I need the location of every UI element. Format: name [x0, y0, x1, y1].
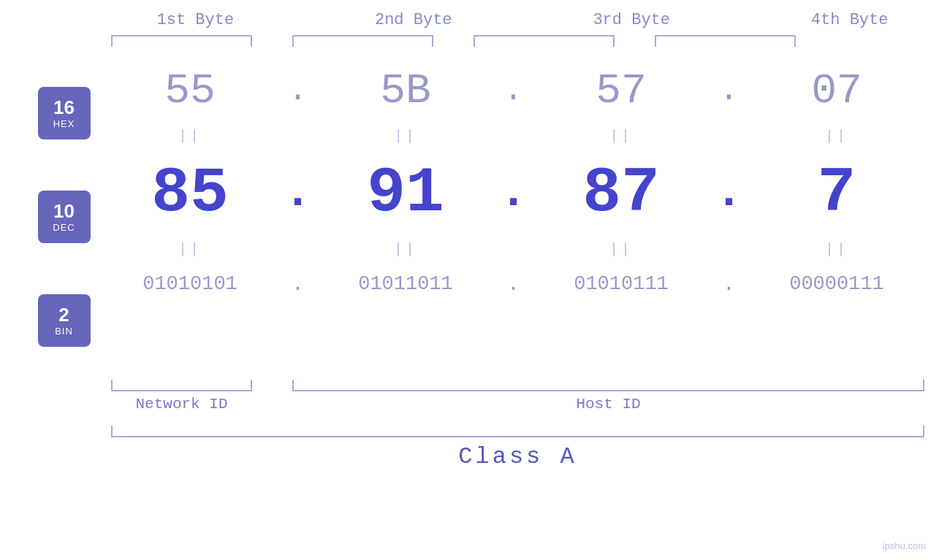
dot-hex-3: . — [709, 72, 749, 110]
page-container: 1st Byte 2nd Byte 3rd Byte 4th Byte 16 — [0, 0, 939, 560]
dec-row: 85 . 91 . 87 . — [102, 149, 924, 237]
top-bracket-3 — [474, 35, 615, 47]
bottom-section: Network ID Host ID Class A — [111, 380, 924, 470]
host-id-label: Host ID — [292, 396, 924, 413]
dot-bin-1: . — [278, 273, 318, 296]
byte-headers: 1st Byte 2nd Byte 3rd Byte 4th Byte — [106, 11, 939, 29]
network-id-label: Network ID — [111, 396, 252, 413]
sep2-1: || — [102, 241, 278, 258]
top-bracket-4 — [655, 35, 796, 47]
dot-dec-1: . — [278, 166, 318, 220]
dec-byte-3: 87 — [533, 157, 709, 229]
dec-badge: 10 DEC — [38, 191, 91, 243]
hex-badge: 16 HEX — [38, 87, 91, 139]
top-brackets — [111, 35, 939, 47]
sep2-2: || — [318, 241, 493, 258]
hex-byte-1: 55 — [102, 67, 278, 115]
class-label: Class A — [111, 443, 924, 470]
sep2-3: || — [533, 241, 709, 258]
bin-row: 01010101 . 01011011 . 01010111 — [102, 262, 924, 306]
bin-byte-3: 01010111 — [533, 273, 709, 295]
dot-bin-2: . — [493, 273, 533, 296]
hex-badge-number: 16 — [53, 97, 75, 118]
dot-hex-2: . — [493, 72, 533, 110]
sep2-4: || — [749, 241, 924, 258]
dot-bin-3: . — [709, 273, 749, 296]
hex-badge-label: HEX — [53, 118, 75, 129]
byte-header-3: 3rd Byte — [542, 11, 721, 29]
dot-dec-2: . — [493, 166, 533, 220]
top-bracket-2 — [292, 35, 433, 47]
dec-byte-1: 85 — [102, 157, 278, 229]
dot-dec-3: . — [709, 166, 749, 220]
sep-row-2: || || || || — [102, 237, 924, 262]
bin-byte-2: 01011011 — [318, 273, 493, 295]
badges-column: 16 HEX 10 DEC 2 BIN — [0, 58, 102, 376]
bin-badge: 2 BIN — [38, 294, 91, 347]
hex-row: 55 . 5B . 57 . — [102, 58, 924, 123]
bin-badge-label: BIN — [55, 326, 73, 337]
hex-byte-3: 57 — [533, 67, 709, 115]
sep-row-1: || || || || — [102, 123, 924, 149]
watermark: ipshu.com — [883, 540, 926, 551]
byte-header-2: 2nd Byte — [324, 11, 503, 29]
network-bracket — [111, 380, 252, 391]
byte-header-1: 1st Byte — [106, 11, 285, 29]
byte-header-4: 4th Byte — [760, 11, 939, 29]
dec-byte-2: 91 — [318, 157, 493, 229]
bin-byte-4: 00000111 — [749, 273, 924, 295]
top-bracket-1 — [111, 35, 252, 47]
sep-1: || — [102, 128, 278, 145]
class-bracket — [111, 426, 924, 437]
data-rows: 16 HEX 10 DEC 2 BIN 55 — [0, 58, 939, 376]
sep-4: || — [749, 128, 924, 145]
id-brackets — [111, 380, 924, 391]
sep-3: || — [533, 128, 709, 145]
hex-byte-2: 5B — [318, 67, 493, 115]
sep-2: || — [318, 128, 493, 145]
host-bracket — [292, 380, 924, 391]
bin-badge-number: 2 — [58, 304, 69, 326]
bin-byte-1: 01010101 — [102, 273, 278, 295]
dot-hex-1: . — [278, 72, 318, 110]
dec-badge-label: DEC — [53, 222, 75, 233]
dec-byte-4: 7 — [749, 157, 924, 229]
id-labels: Network ID Host ID — [111, 396, 924, 413]
values-grid: 55 . 5B . 57 . — [102, 58, 939, 376]
hex-byte-4: 07 — [749, 67, 924, 115]
dec-badge-number: 10 — [53, 201, 75, 222]
